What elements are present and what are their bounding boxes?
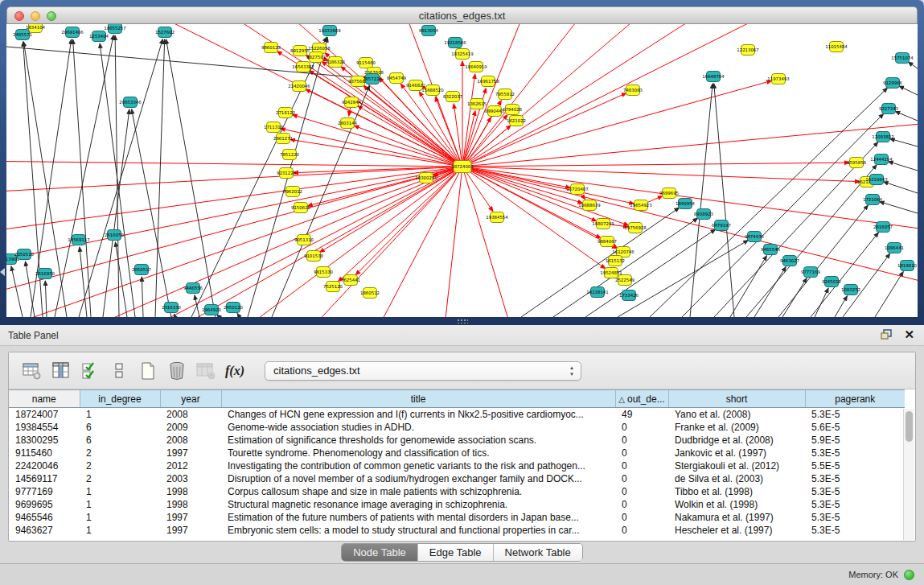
tab-network-table[interactable]: Network Table [493,544,582,561]
table-scrollbar-thumb[interactable] [906,411,913,442]
table-cell[interactable]: 0 [615,485,668,498]
table-cell[interactable]: Franke et al. (2009) [668,421,805,434]
table-cell[interactable]: 2 [80,447,160,459]
table-row[interactable]: 911546021997Tourette syndrome. Phenomeno… [9,447,905,459]
citation-edge-black[interactable] [815,288,828,317]
citation-edge-red[interactable] [339,167,462,282]
citation-edge-black[interactable] [80,247,87,317]
table-cell[interactable]: 2008 [160,434,221,447]
citation-edge-black[interactable] [237,313,240,317]
show-columns-icon[interactable] [49,359,73,383]
column-header-title[interactable]: title [221,390,615,408]
table-selector-dropdown[interactable]: citations_edges.txt ▲▼ [265,361,581,381]
citation-edge-black[interactable] [782,278,807,317]
table-cell[interactable]: Tourette syndrome. Phenomenology and cla… [221,447,615,459]
table-cell[interactable]: Stergiakouli et al. (2012) [668,459,805,472]
table-cell[interactable]: Corpus callosum shape and size in male p… [221,485,615,498]
table-cell[interactable]: Embryonic stem cells: a model to study s… [221,524,615,537]
citation-edge-red[interactable] [6,167,462,233]
citation-edge-red[interactable] [441,167,462,317]
table-cell[interactable]: 1 [80,524,160,537]
table-cell[interactable]: 5.3E-5 [805,524,905,537]
table-row[interactable]: 969969511998Structural magnetic resonanc… [9,498,905,511]
citation-edge-black[interactable] [25,262,35,317]
citation-edge-red[interactable] [6,161,462,167]
citation-edge-black[interactable] [45,281,47,317]
table-cell[interactable]: 2 [80,472,160,485]
citation-edge-red[interactable] [306,55,462,167]
close-panel-icon[interactable]: ✕ [904,328,914,341]
table-cell[interactable]: 18724007 [9,408,80,421]
citation-edge-red[interactable] [354,126,462,167]
table-cell[interactable]: 2 [80,459,160,472]
table-cell[interactable]: Hescheler et al. (1997) [668,524,805,537]
table-row[interactable]: 1456911722003Disruption of a novel membe… [9,472,905,485]
table-cell[interactable]: 5.3E-5 [805,447,905,459]
table-row[interactable]: 946362711997Embryonic stem cells: a mode… [9,524,905,537]
table-cell[interactable]: de Silva et al. (2003) [668,472,805,485]
citation-edge-black[interactable] [884,182,918,193]
table-cell[interactable]: 0 [615,421,668,434]
tab-node-table[interactable]: Node Table [342,544,417,561]
split-divider-handle[interactable] [457,319,468,323]
citation-edge-black[interactable] [55,35,113,317]
table-cell[interactable]: Wolkin et al. (1998) [668,498,805,511]
citation-edge-black[interactable] [195,295,199,317]
citation-edge-black[interactable] [191,37,326,317]
table-cell[interactable]: Disruption of a novel member of a sodium… [221,472,615,485]
table-cell[interactable]: Yano et al. (2008) [668,408,805,421]
table-cell[interactable]: 1 [80,485,160,498]
table-row[interactable]: 946554611997Estimation of the future num… [9,511,905,524]
network-canvas[interactable]: 1872400798601238912955152260589827503818… [6,24,918,317]
panel-collapse-arrow-icon[interactable] [0,268,5,276]
table-row[interactable]: 977716911998Corpus callosum shape and si… [9,485,905,498]
citation-edge-black[interactable] [100,43,135,317]
column-header-out_de[interactable]: △out_de... [615,390,668,408]
citation-edge-black[interactable] [880,202,918,213]
table-cell[interactable]: 9465546 [9,511,80,524]
table-cell[interactable]: 5.5E-5 [805,459,905,472]
table-cell[interactable]: 1997 [160,511,221,524]
close-window-button[interactable] [14,11,24,21]
table-cell[interactable]: 9777169 [9,485,80,498]
table-cell[interactable]: Tibbo et al. (1998) [668,485,805,498]
citation-edge-black[interactable] [132,109,171,317]
citation-edge-black[interactable] [875,272,903,317]
table-cell[interactable]: 1998 [160,485,221,498]
table-row[interactable]: 1830029562008Estimation of significance … [9,434,905,447]
citation-edge-black[interactable] [553,218,698,317]
table-cell[interactable]: 0 [615,472,668,485]
table-row[interactable]: 1872400712008Changes of HCN gene express… [9,408,905,421]
select-columns-icon[interactable] [78,359,102,383]
table-cell[interactable]: 5.9E-5 [805,434,905,447]
table-cell[interactable]: 1 [80,511,160,524]
citation-edge-black[interactable] [899,86,918,95]
table-cell[interactable]: 2003 [160,472,221,485]
table-cell[interactable]: 1 [80,408,160,421]
column-header-pagerank[interactable]: pagerank [805,390,905,408]
citation-edge-black[interactable] [730,256,766,317]
table-scrollbar[interactable] [903,409,914,540]
citation-edge-red[interactable] [462,163,849,167]
citation-edge-red[interactable] [6,167,462,298]
table-cell[interactable]: 2009 [160,421,221,434]
table-cell[interactable]: 1997 [160,447,221,459]
table-cell[interactable]: 5.3E-5 [805,408,905,421]
table-row[interactable]: 2242004622012Investigating the contribut… [9,459,905,472]
table-cell[interactable]: 9699695 [9,498,80,511]
citation-edge-red[interactable] [6,167,462,266]
table-cell[interactable]: 0 [615,498,668,511]
table-cell[interactable]: Investigating the contribution of common… [221,459,615,472]
table-cell[interactable]: 0 [615,447,668,459]
table-cell[interactable]: 6 [80,421,160,434]
table-cell[interactable]: Estimation of the future numbers of pati… [221,511,615,524]
citation-edge-black[interactable] [142,277,143,317]
table-cell[interactable]: 19384554 [9,421,80,434]
citation-edge-black[interactable] [908,62,918,68]
table-cell[interactable]: 14569117 [9,472,80,485]
citation-edge-black[interactable] [895,111,918,121]
table-cell[interactable]: 0 [615,524,668,537]
table-cell[interactable]: 1 [80,498,160,511]
table-cell[interactable]: 0 [615,511,668,524]
citation-edge-red[interactable] [462,115,507,167]
